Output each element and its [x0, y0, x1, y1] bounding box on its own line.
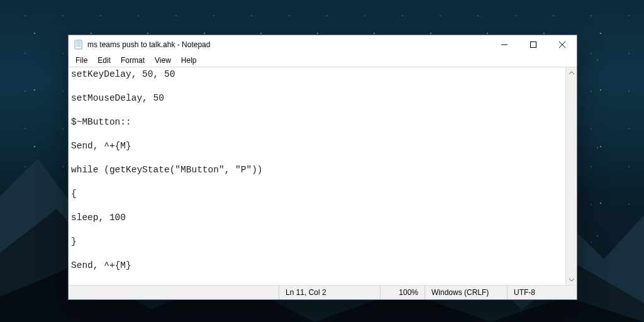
minimize-icon	[501, 42, 508, 48]
status-bar: Ln 11, Col 2 100% Windows (CRLF) UTF-8	[69, 286, 577, 299]
svg-rect-4	[531, 42, 536, 48]
menu-bar: File Edit Format View Help	[69, 54, 577, 67]
status-line-ending: Windows (CRLF)	[425, 286, 507, 299]
scroll-up-button[interactable]	[566, 67, 577, 78]
maximize-button[interactable]	[519, 35, 548, 54]
scrollbar-track[interactable]	[566, 78, 577, 274]
notepad-window: ms teams push to talk.ahk - Notepad File…	[68, 35, 577, 300]
scroll-down-button[interactable]	[566, 274, 577, 285]
close-icon	[559, 42, 565, 48]
notepad-app-icon	[74, 40, 84, 50]
status-encoding: UTF-8	[507, 286, 577, 299]
svg-rect-0	[75, 40, 82, 49]
menu-edit[interactable]: Edit	[93, 55, 115, 66]
menu-file[interactable]: File	[71, 55, 92, 66]
chevron-down-icon	[569, 277, 574, 282]
status-cursor-position: Ln 11, Col 2	[279, 286, 380, 299]
close-button[interactable]	[548, 35, 577, 54]
minimize-button[interactable]	[490, 35, 519, 54]
status-spacer	[69, 286, 279, 299]
desktop-wallpaper: ms teams push to talk.ahk - Notepad File…	[0, 0, 644, 322]
menu-format[interactable]: Format	[116, 55, 149, 66]
maximize-icon	[530, 42, 536, 48]
window-titlebar[interactable]: ms teams push to talk.ahk - Notepad	[69, 35, 577, 54]
status-zoom: 100%	[380, 286, 425, 299]
editor-area: setKeyDelay, 50, 50 setMouseDelay, 50 $~…	[69, 67, 577, 286]
vertical-scrollbar[interactable]	[565, 67, 577, 285]
window-title: ms teams push to talk.ahk - Notepad	[87, 40, 210, 49]
chevron-up-icon	[569, 70, 574, 75]
text-editor[interactable]: setKeyDelay, 50, 50 setMouseDelay, 50 $~…	[69, 67, 565, 285]
menu-view[interactable]: View	[150, 55, 175, 66]
menu-help[interactable]: Help	[177, 55, 201, 66]
